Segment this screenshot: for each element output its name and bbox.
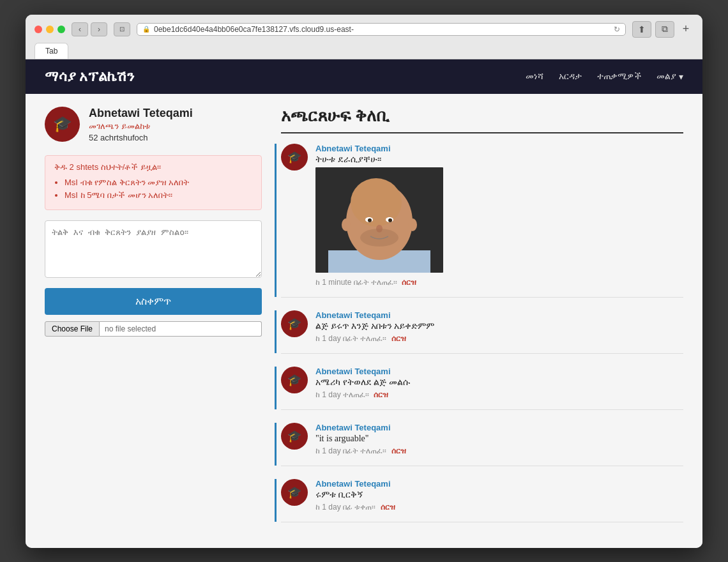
alert-title: ቅዱ 2 shtets ስህተት/ቶች ይዟል፡፡	[54, 162, 252, 172]
graduation-cap-icon: 🎓	[287, 429, 301, 443]
nav-more-dropdown[interactable]: መልያ ▾	[656, 71, 683, 82]
file-choose-button[interactable]: Choose File	[45, 321, 100, 337]
lock-icon: 🔒	[142, 26, 150, 33]
right-panel: አጫርጸሁፍ ቅለቢ 🎓 Abnetawi Teteqami ትሁቱ ደራሲያቸ…	[281, 107, 683, 535]
close-button[interactable]	[34, 26, 42, 33]
feed-content: Abnetawi Teteqami ሩምቱ ቢርቅኝ ከ 1 day በፊ ቱቀ…	[315, 479, 683, 512]
nav-menu[interactable]: መነሻ	[526, 71, 543, 82]
feed-item: 🎓 Abnetawi Teteqami ሩምቱ ቢርቅኝ ከ 1 day በፊ …	[281, 479, 683, 522]
browser-actions: ⬆ ⧉ +	[632, 21, 694, 38]
new-tab-button[interactable]: +	[678, 21, 694, 38]
feed-meta: ከ 1 day በፊት ተለጠፈ፡፡ ሰርዝ	[315, 446, 683, 455]
file-input-area: Choose File no file selected	[45, 321, 262, 337]
feed-time: ከ 1 day በፊት ተለጠፈ፡፡	[315, 334, 386, 343]
svg-point-6	[351, 178, 402, 227]
svg-point-12	[360, 229, 398, 247]
user-info: Abnetawi Teteqami መገለጫን ይመልከቱ 52 achrtsh…	[89, 107, 193, 142]
feed-avatar: 🎓	[281, 367, 308, 393]
browser-window: ‹ › ⊡ 🔒 0ebe1dc6d40e4a4bb06e0ca7fe138127…	[26, 15, 702, 548]
feed-item: 🎓 Abnetawi Teteqami አሜሪካ የትወለደ ልጅ መልሱ ከ …	[281, 367, 683, 410]
edit-link[interactable]: ሰርዝ	[402, 278, 416, 287]
feed-text: ትሁቱ ደራሲያቸሁ፡፡	[315, 155, 683, 165]
new-window-button[interactable]: ⧉	[655, 21, 674, 38]
browser-chrome: ‹ › ⊡ 🔒 0ebe1dc6d40e4a4bb06e0ca7fe138127…	[26, 15, 702, 59]
feed-content: Abnetawi Teteqami ልጅ ይሩጥ እንጅ አበቱን አይቀድምም…	[315, 310, 683, 343]
left-panel: 🎓 Abnetawi Teteqami መገለጫን ይመልከቱ 52 achrt…	[45, 107, 262, 535]
feed-time: ከ 1 day በፊ ቱቀጠ፡፡	[315, 503, 375, 512]
edit-link[interactable]: ሰርዝ	[391, 334, 406, 343]
svg-point-9	[368, 218, 372, 222]
feed-avatar: 🎓	[281, 479, 308, 506]
feed-content: Abnetawi Teteqami አሜሪካ የትወለደ ልጅ መልሱ ከ 1 …	[315, 367, 683, 399]
back-button[interactable]: ‹	[72, 22, 88, 36]
feed-item: 🎓 Abnetawi Teteqami ልጅ ይሩጥ እንጅ አበቱን አይቀድ…	[281, 310, 683, 354]
graduation-cap-icon: 🎓	[287, 485, 301, 499]
svg-point-14	[408, 218, 417, 231]
feed-user-name[interactable]: Abnetawi Teteqami	[315, 423, 683, 432]
user-role[interactable]: መገለጫን ይመልከቱ	[89, 121, 193, 132]
submit-button[interactable]: አስቀምጥ	[45, 288, 262, 315]
window-mode-button[interactable]: ⊡	[114, 22, 130, 36]
edit-link[interactable]: ሰርዝ	[381, 503, 395, 512]
nav-edit[interactable]: አርዳታ	[559, 71, 582, 82]
graduation-cap-icon: 🎓	[287, 317, 301, 331]
user-profile: 🎓 Abnetawi Teteqami መገለጫን ይመልከቱ 52 achrt…	[45, 107, 262, 142]
feed-user-name[interactable]: Abnetawi Teteqami	[315, 144, 683, 153]
user-name: Abnetawi Teteqami	[89, 107, 193, 120]
feed-text: ሩምቱ ቢርቅኝ	[315, 490, 683, 500]
error-item-2: MsI ከ 5ሜባ በታች መሆን አለበት፡፡	[64, 190, 252, 201]
feed-avatar: 🎓	[281, 144, 308, 171]
feed-content: Abnetawi Teteqami "it is arguable" ከ 1 d…	[315, 423, 683, 455]
svg-point-13	[342, 218, 351, 231]
avatar: 🎓	[45, 107, 80, 142]
traffic-lights	[34, 26, 65, 33]
address-bar[interactable]: 🔒 0ebe1dc6d40e4a4bb06e0ca7fe138127.vfs.c…	[137, 23, 626, 36]
browser-tab-bar: Tab	[34, 43, 694, 59]
app-nav: መነሻ አርዳታ ተጠቃሚዎች መልያ ▾	[526, 71, 683, 82]
minimize-button[interactable]	[46, 26, 54, 33]
feed-text: ልጅ ይሩጥ እንጅ አበቱን አይቀድምም	[315, 321, 683, 331]
alert-box: ቅዱ 2 shtets ስህተት/ቶች ይዟል፡፡ MsI ብቁ የምስል ቅር…	[45, 155, 262, 210]
nav-more-label: መልያ	[656, 71, 676, 82]
app-header: ማሳያ አፕልኬሽን መነሻ አርዳታ ተጠቃሚዎች መልያ ▾	[26, 59, 702, 94]
feed-meta: ከ 1 day በፊ ቱቀጠ፡፡ ሰርዝ	[315, 503, 683, 512]
error-item-1: MsI ብቁ የምስል ቅርጸትን መያዝ አለበት	[64, 178, 252, 188]
edit-link[interactable]: ሰርዝ	[391, 446, 406, 455]
feed-time: ከ 1 day ተለጠፈ፡፡	[315, 390, 369, 399]
feed-user-name[interactable]: Abnetawi Teteqami	[315, 310, 683, 320]
refresh-icon[interactable]: ↻	[614, 25, 620, 34]
feed-avatar: 🎓	[281, 423, 308, 450]
url-text: 0ebe1dc6d40e4a4bb06e0ca7fe138127.vfs.clo…	[154, 25, 354, 34]
dropdown-arrow-icon: ▾	[679, 72, 683, 82]
feed-header: አጫርጸሁፍ ቅለቢ	[281, 107, 683, 133]
error-list: MsI ብቁ የምስል ቅርጸትን መያዝ አለበት MsI ከ 5ሜባ በታች…	[54, 178, 252, 201]
feed-item: 🎓 Abnetawi Teteqami "it is arguable" ከ 1…	[281, 423, 683, 466]
nav-buttons: ‹ ›	[72, 22, 107, 36]
feed-meta: ከ 1 day በፊት ተለጠፈ፡፡ ሰርዝ	[315, 334, 683, 343]
edit-link[interactable]: ሰርዝ	[374, 390, 388, 399]
user-count: 52 achrtshufoch	[89, 133, 193, 142]
feed-user-name[interactable]: Abnetawi Teteqami	[315, 479, 683, 489]
file-name-display: no file selected	[100, 321, 262, 337]
graduation-cap-icon: 🎓	[287, 373, 301, 387]
post-image	[315, 167, 443, 273]
feed-item: 🎓 Abnetawi Teteqami ትሁቱ ደራሲያቸሁ፡፡	[281, 144, 683, 298]
feed-content: Abnetawi Teteqami ትሁቱ ደራሲያቸሁ፡፡	[315, 144, 683, 287]
share-button[interactable]: ⬆	[632, 21, 651, 38]
maximize-button[interactable]	[57, 26, 65, 33]
feed-user-name[interactable]: Abnetawi Teteqami	[315, 367, 683, 376]
graduation-cap-icon: 🎓	[287, 150, 301, 164]
feed-meta: ከ 1 minute በፊት ተለጠፈ፡፡ ሰርዝ	[315, 278, 683, 287]
nav-topics[interactable]: ተጠቃሚዎች	[597, 71, 641, 82]
feed-meta: ከ 1 day ተለጠፈ፡፡ ሰርዝ	[315, 390, 683, 399]
feed-time: ከ 1 day በፊት ተለጠፈ፡፡	[315, 446, 386, 455]
message-textarea[interactable]	[45, 220, 262, 278]
browser-tab[interactable]: Tab	[34, 43, 68, 59]
svg-point-10	[388, 218, 392, 222]
feed-time: ከ 1 minute በፊት ተለጠፈ፡፡	[315, 278, 397, 287]
forward-button[interactable]: ›	[91, 22, 107, 36]
feed-text: "it is arguable"	[315, 434, 683, 444]
feed-text: አሜሪካ የትወለደ ልጅ መልሱ	[315, 377, 683, 388]
feed-avatar: 🎓	[281, 310, 308, 337]
app-content: 🎓 Abnetawi Teteqami መገለጫን ይመልከቱ 52 achrt…	[26, 94, 702, 548]
